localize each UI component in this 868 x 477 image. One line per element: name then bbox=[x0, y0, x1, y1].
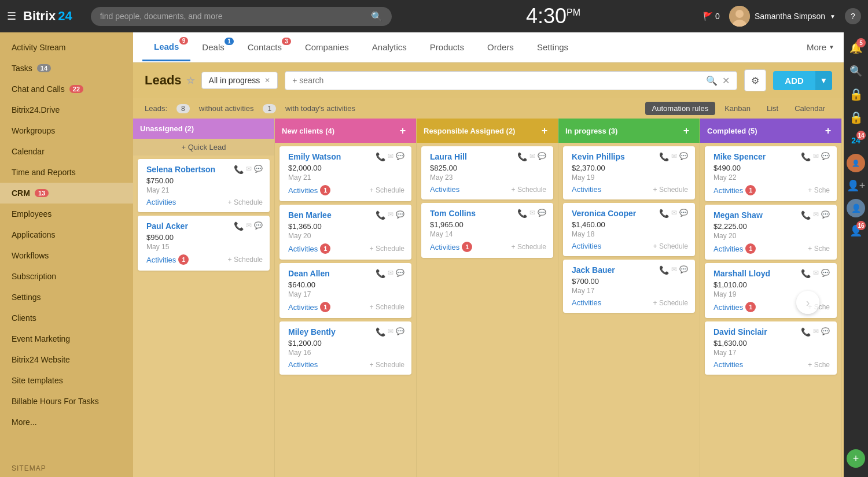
flag-button[interactable]: 🚩 0 bbox=[703, 12, 720, 21]
email-icon[interactable]: ✉ bbox=[388, 152, 393, 161]
leads-search[interactable]: 🔍 ✕ bbox=[285, 71, 737, 90]
help-button[interactable]: ? bbox=[845, 8, 861, 24]
comment-icon[interactable]: 💬 bbox=[679, 152, 688, 161]
sidebar-item-applications[interactable]: Applications bbox=[0, 224, 133, 245]
activities-link[interactable]: Activities bbox=[572, 185, 601, 194]
more-button[interactable]: More ▼ bbox=[807, 42, 834, 52]
sidebar-item-workflows[interactable]: Workflows bbox=[0, 245, 133, 266]
sidebar-item-event-marketing[interactable]: Event Marketing bbox=[0, 328, 133, 349]
sidebar-item-bitrix24-website[interactable]: Bitrix24 Website bbox=[0, 349, 133, 370]
schedule-link[interactable]: + Schedule bbox=[228, 198, 263, 206]
email-icon[interactable]: ✉ bbox=[246, 221, 252, 231]
bitrix24-button[interactable]: 24 14 bbox=[845, 130, 867, 151]
scroll-right-button[interactable]: › bbox=[796, 291, 819, 314]
schedule-link[interactable]: + Schedule bbox=[653, 242, 688, 250]
activities-link[interactable]: Activities 1 bbox=[713, 243, 756, 254]
phone-icon[interactable]: 📞 bbox=[376, 210, 385, 220]
activities-link[interactable]: Activities bbox=[288, 360, 318, 369]
phone-icon[interactable]: 📞 bbox=[234, 165, 244, 174]
tab-settings[interactable]: Settings bbox=[525, 34, 580, 60]
sidebar-item-crm[interactable]: CRM 13 bbox=[0, 183, 133, 204]
quick-lead-button[interactable]: + Quick Lead bbox=[133, 139, 274, 156]
activities-link[interactable]: Activities 1 bbox=[288, 185, 330, 195]
schedule-link[interactable]: + Schedule bbox=[370, 303, 404, 311]
sidebar-item-more[interactable]: More... bbox=[0, 412, 133, 432]
lock-icon-1[interactable]: 🔒 bbox=[845, 83, 867, 105]
phone-icon[interactable]: 📞 bbox=[659, 209, 669, 218]
tab-contacts[interactable]: Contacts 3 bbox=[236, 34, 293, 60]
comment-icon[interactable]: 💬 bbox=[679, 265, 688, 275]
card-name[interactable]: Marshall Lloyd bbox=[713, 269, 770, 278]
sidebar-item-settings[interactable]: Settings bbox=[0, 287, 133, 308]
tab-analytics[interactable]: Analytics bbox=[361, 34, 418, 60]
email-icon[interactable]: ✉ bbox=[671, 265, 677, 275]
comment-icon[interactable]: 💬 bbox=[821, 269, 830, 278]
green-action-button[interactable]: + bbox=[847, 449, 865, 468]
comment-icon[interactable]: 💬 bbox=[821, 327, 830, 337]
activities-link[interactable]: Activities 1 bbox=[288, 302, 330, 312]
sidebar-item-calendar[interactable]: Calendar bbox=[0, 141, 133, 162]
card-name[interactable]: Laura Hill bbox=[430, 152, 467, 161]
leads-search-input[interactable] bbox=[292, 76, 701, 85]
sidebar-item-site-templates[interactable]: Site templates bbox=[0, 370, 133, 391]
search-input[interactable] bbox=[100, 12, 366, 21]
clear-search-icon[interactable]: ✕ bbox=[722, 75, 730, 86]
add-user-button[interactable]: 👤+ bbox=[845, 175, 867, 197]
comment-icon[interactable]: 💬 bbox=[396, 152, 404, 161]
notifications-button[interactable]: 🔔 5 bbox=[845, 37, 867, 59]
without-activities-badge[interactable]: 8 bbox=[176, 104, 190, 113]
schedule-link[interactable]: + Schedule bbox=[653, 186, 688, 194]
global-search[interactable]: 🔍 bbox=[91, 7, 392, 26]
email-icon[interactable]: ✉ bbox=[529, 152, 535, 161]
phone-icon[interactable]: 📞 bbox=[801, 269, 811, 278]
schedule-link[interactable]: + Schedule bbox=[228, 256, 263, 264]
email-icon[interactable]: ✉ bbox=[671, 209, 677, 218]
activities-link[interactable]: Activities 1 bbox=[713, 185, 756, 195]
sidebar-item-clients[interactable]: Clients bbox=[0, 308, 133, 328]
schedule-link[interactable]: + Schedule bbox=[512, 243, 546, 251]
search-icon[interactable]: 🔍 bbox=[706, 75, 718, 86]
user-area[interactable]: Samantha Simpson ▼ bbox=[729, 6, 836, 27]
activities-link[interactable]: Activities 1 bbox=[430, 242, 472, 252]
activities-link[interactable]: Activities bbox=[572, 242, 601, 250]
add-col-button[interactable]: + bbox=[538, 124, 551, 137]
hamburger-menu[interactable]: ☰ bbox=[7, 10, 16, 23]
phone-icon[interactable]: 📞 bbox=[517, 152, 527, 161]
card-name[interactable]: Paul Acker bbox=[146, 221, 188, 231]
activities-link[interactable]: Activities bbox=[713, 360, 743, 369]
schedule-link[interactable]: + Schedule bbox=[653, 299, 688, 307]
comment-icon[interactable]: 💬 bbox=[254, 165, 263, 174]
schedule-link[interactable]: + Sche bbox=[808, 186, 830, 194]
user-avatar-1[interactable]: 👤 bbox=[847, 154, 865, 172]
phone-icon[interactable]: 📞 bbox=[376, 327, 385, 337]
schedule-link[interactable]: + Schedule bbox=[370, 361, 404, 369]
card-name[interactable]: Emily Watson bbox=[288, 152, 341, 161]
leads-settings-button[interactable]: ⚙ bbox=[744, 69, 766, 91]
comment-icon[interactable]: 💬 bbox=[396, 269, 404, 278]
activities-link[interactable]: Activities bbox=[430, 185, 459, 194]
tab-leads[interactable]: Leads 9 bbox=[142, 34, 190, 61]
card-name[interactable]: Jack Bauer bbox=[572, 265, 615, 275]
filter-tag[interactable]: All in progress ✕ bbox=[201, 72, 278, 89]
card-name[interactable]: Tom Collins bbox=[430, 209, 476, 218]
card-name[interactable]: Mike Spencer bbox=[713, 152, 766, 161]
sidebar-item-time-reports[interactable]: Time and Reports bbox=[0, 162, 133, 183]
email-icon[interactable]: ✉ bbox=[388, 210, 393, 220]
phone-icon[interactable]: 📞 bbox=[659, 265, 669, 275]
phone-icon[interactable]: 📞 bbox=[517, 209, 527, 218]
card-name[interactable]: Kevin Phillips bbox=[572, 152, 625, 161]
card-name[interactable]: Ben Marlee bbox=[288, 210, 332, 220]
sidebar-item-chat-calls[interactable]: Chat and Calls 22 bbox=[0, 79, 133, 99]
schedule-link[interactable]: + Schedule bbox=[370, 245, 404, 253]
phone-icon[interactable]: 📞 bbox=[376, 152, 385, 161]
email-icon[interactable]: ✉ bbox=[813, 210, 819, 220]
comment-icon[interactable]: 💬 bbox=[396, 327, 404, 337]
sidebar-item-billable-hours[interactable]: Billable Hours For Tasks bbox=[0, 391, 133, 412]
kanban-button[interactable]: Kanban bbox=[718, 102, 757, 115]
card-name[interactable]: Dean Allen bbox=[288, 269, 330, 278]
lock-icon-2[interactable]: 🔒 bbox=[845, 106, 867, 128]
email-icon[interactable]: ✉ bbox=[529, 209, 535, 218]
phone-icon[interactable]: 📞 bbox=[801, 152, 811, 161]
activities-link[interactable]: Activities bbox=[572, 298, 601, 307]
add-dropdown-button[interactable]: ▼ bbox=[815, 71, 832, 90]
